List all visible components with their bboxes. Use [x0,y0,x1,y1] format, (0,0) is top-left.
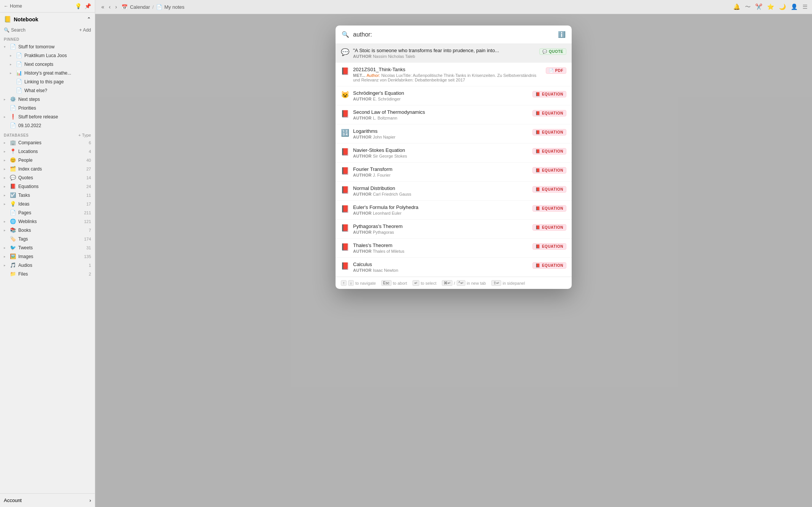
modal-search-input[interactable] [353,31,554,38]
sidebar-item-ideas[interactable]: ▸ 💡 Ideas 17 [0,199,95,208]
eq-badge-icon: 📕 [535,187,540,191]
badge-label: QUOTE [549,49,563,54]
breadcrumb-page[interactable]: My notes [165,4,185,10]
moon-icon[interactable]: 🌙 [779,3,786,10]
result-item-fourier[interactable]: 📕 Fourier Transform AUTHOR J. Fourier 📕 … [336,163,572,182]
databases-label: DATABASES [4,133,29,137]
result-badge-equation: 📕 EQUATION [532,262,566,269]
chevron-right-icon: ▸ [4,228,8,232]
sidebar-item-index-cards[interactable]: ▸ 🗂️ Index cards 27 [0,164,95,173]
result-item-schrodinger[interactable]: 😺 Schrödinger's Equation AUTHOR E. Schrö… [336,86,572,105]
nav-double-left-button[interactable]: « [100,3,106,11]
sidebar-item-locations[interactable]: ▸ 📍 Locations 4 [0,147,95,156]
sidebar-item-equations[interactable]: ▸ 📕 Equations 24 [0,182,95,191]
item-label: Index cards [18,166,84,172]
enter-key: ↵ [412,280,419,286]
notebook-expand-icon[interactable]: ⌃ [87,16,91,22]
sidebar-item-people[interactable]: ▸ 😊 People 40 [0,156,95,164]
sidebar-item-next-steps[interactable]: ▸ ⚙️ Next steps [0,95,95,104]
add-button[interactable]: + Add [79,27,91,33]
result-title: Logarithms [353,128,529,134]
equation-icon: 📕 [341,186,349,194]
esc-key: Esc [381,280,392,286]
bell-icon[interactable]: 🔔 [733,3,740,10]
profile-icon[interactable]: 👤 [791,3,798,10]
result-badge-equation: 📕 EQUATION [532,129,566,136]
page-icon: 📄 [10,44,16,49]
sidebar-item-weblinks[interactable]: ▸ 🌐 Weblinks 121 [0,217,95,226]
menu-icon[interactable]: ☰ [802,3,807,10]
item-label: Images [18,254,82,259]
item-label: Next steps [18,97,91,102]
slash-sep: / [454,281,455,285]
sidebar-item-books[interactable]: ▸ 📚 Books 7 [0,226,95,234]
sidebar-item-tweets[interactable]: ▸ 🐦 Tweets 31 [0,243,95,252]
chevron-right-icon: › [90,497,91,503]
sidebar-item-tags[interactable]: ▸ 🏷️ Tags 174 [0,234,95,243]
sidebar-item-audios[interactable]: ▸ 🎵 Audios 1 [0,261,95,269]
sidebar-item-linking-to-this-page[interactable]: ▸ 📄 Linking to this page [0,77,95,86]
equations-icon: 📕 [10,183,16,189]
sidebar-item-companies[interactable]: ▸ 🏢 Companies 6 [0,138,95,147]
sidebar-item-next-concepts[interactable]: ▸ 📄 Next concepts [0,60,95,69]
result-item-logarithms[interactable]: 🔢 Logarithms AUTHOR John Napier 📕 EQUATI… [336,124,572,143]
result-item-normal-distribution[interactable]: 📕 Normal Distribution AUTHOR Carl Friedr… [336,182,572,201]
tweets-icon: 🐦 [10,245,16,250]
result-subtitle: AUTHOR E. Schrödinger [353,97,529,101]
sidebar-item-files[interactable]: ▸ 📁 Files 2 [0,269,95,278]
breadcrumb-page-icon: 📄 [156,4,162,10]
sidebar-item-historys-great-mathe[interactable]: ▸ 📊 History's great mathe... [0,69,95,77]
result-item-think-tanks[interactable]: 📕 2021ZS01_Think-Tanks MET... Author: Ni… [336,63,572,86]
add-type-button[interactable]: + Type [78,133,91,137]
item-label: History's great mathe... [24,70,91,76]
result-item-stoic-quote[interactable]: 💬 "A Stoic is someone who transforms fea… [336,44,572,63]
result-item-thales[interactable]: 📕 Thales's Theorem AUTHOR Thales of Mile… [336,239,572,258]
waveform-icon[interactable]: 〜 [745,3,751,11]
result-badge-equation: 📕 EQUATION [532,167,566,174]
result-item-navier-stokes[interactable]: 📕 Navier-Stokes Equation AUTHOR Sir Geor… [336,143,572,163]
modal-overlay[interactable]: 🔍 ℹ️ 💬 "A Stoic is someone who transform… [95,14,812,507]
item-count: 14 [86,175,91,180]
pin-icon[interactable]: 📌 [85,3,91,9]
account-button[interactable]: Account › [0,493,95,507]
notebook-folder-icon: 📒 [4,16,11,23]
ctrl-enter-key: ^↵ [457,280,465,286]
equation-icon: 📕 [341,167,349,175]
result-item-pythagoras[interactable]: 📕 Pythagoras's Theorem AUTHOR Pythagoras… [336,220,572,239]
subtitle-key: AUTHOR [353,268,372,273]
result-content: Fourier Transform AUTHOR J. Fourier [353,166,529,177]
result-item-second-law[interactable]: 📕 Second Law of Thermodynamics AUTHOR L.… [336,105,572,124]
sidebar-search-button[interactable]: 🔍 Search [4,27,26,33]
info-icon[interactable]: ℹ️ [558,31,566,38]
sidebar-item-what-else[interactable]: ▸ 📄 What else? [0,86,95,95]
result-item-calculus[interactable]: 📕 Calculus AUTHOR Isaac Newton 📕 EQUATIO… [336,258,572,277]
result-item-eulers-formula[interactable]: 📕 Euler's Formula for Polyhedra AUTHOR L… [336,201,572,220]
equation-icon: 📕 [341,148,349,156]
subtitle-key: AUTHOR [353,97,372,101]
breadcrumb-calendar[interactable]: Calendar [130,4,150,10]
subtitle-value: J. Fourier [373,173,390,177]
item-count: 6 [89,140,91,145]
bulb-icon[interactable]: 💡 [75,3,82,9]
nav-back-button[interactable]: ‹ [107,3,112,11]
quotes-icon: 💬 [10,175,16,180]
nav-forward-button[interactable]: › [113,3,118,11]
results-list: 💬 "A Stoic is someone who transforms fea… [336,44,572,277]
books-icon: 📚 [10,227,16,233]
sidebar-item-images[interactable]: ▸ 🖼️ Images 135 [0,252,95,261]
sidebar-item-stuff-for-tomorrow[interactable]: ▾ 📄 Stuff for tomorrow [0,42,95,51]
result-title: Normal Distribution [353,185,529,191]
sidebar-item-pages[interactable]: ▸ 📄 Pages 211 [0,208,95,217]
scissors-icon[interactable]: ✂️ [755,3,762,10]
sidebar-item-praktikum[interactable]: ▸ 📄 Praktikum Luca Joos [0,51,95,60]
item-count: 31 [86,246,91,250]
sidebar-item-tasks[interactable]: ▸ ☑️ Tasks 11 [0,191,95,199]
sidebar-item-quotes[interactable]: ▸ 💬 Quotes 14 [0,173,95,182]
item-label: Stuff before release [18,114,91,120]
star-icon[interactable]: ⭐ [767,3,774,10]
subtitle-value: Nicolas LuxTitle: Außenpolitische Think-… [353,73,536,82]
sidebar-item-priorities[interactable]: ▸ 📄 Priorities [0,104,95,112]
sidebar-item-stuff-before-release[interactable]: ▸ ❗ Stuff before release [0,112,95,121]
home-button[interactable]: ← Home [4,3,22,9]
sidebar-item-09-10-2022[interactable]: ▸ 📄 09.10.2022 [0,121,95,130]
